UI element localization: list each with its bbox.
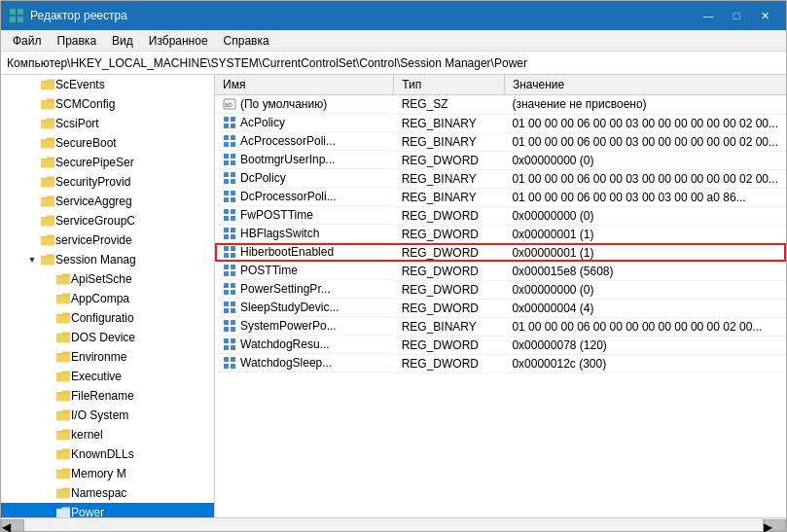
tree-item-securepipeser[interactable]: SecurePipeSer	[1, 153, 214, 172]
tree-item-io-system[interactable]: I/O System	[1, 406, 214, 425]
maximize-button[interactable]: □	[723, 6, 750, 25]
reg-value-cell: 0x00000078 (120)	[504, 336, 786, 354]
folder-icon	[40, 155, 55, 170]
svg-rect-37	[231, 253, 235, 258]
table-row[interactable]: FwPOSTTimeREG_DWORD0x00000000 (0)	[215, 206, 786, 225]
tree-item-scevents[interactable]: ScEvents	[1, 75, 214, 94]
reg-name-text: DcPolicy	[240, 171, 286, 185]
menu-file[interactable]: Файл	[5, 32, 50, 50]
reg-name-text: (По умолчанию)	[240, 97, 327, 111]
reg-entry-icon	[223, 337, 236, 351]
reg-name-text: POSTTime	[240, 264, 298, 277]
folder-icon	[55, 369, 71, 384]
tree-scroll-area[interactable]: ScEvents SCMConfig ScsiPort SecureBoot	[1, 75, 214, 517]
table-row[interactable]: BootmgrUserInp...REG_DWORD0x00000000 (0)	[215, 151, 786, 169]
registry-table-scroll[interactable]: Имя Тип Значение ab(По умолчанию)REG_SZ(…	[215, 75, 786, 517]
svg-rect-29	[231, 216, 235, 221]
tree-toggle	[24, 153, 40, 172]
reg-name-cell: WatchdogResu...	[215, 336, 394, 354]
reg-name-cell: AcProcessorPoli...	[215, 132, 394, 151]
horizontal-scrollbar[interactable]: ◀ ▶	[1, 517, 786, 531]
menu-view[interactable]: Вид	[104, 32, 141, 50]
tree-item-appcompa[interactable]: AppCompa	[1, 289, 214, 308]
tree-item-kernel[interactable]: kernel	[1, 425, 214, 444]
table-row[interactable]: AcProcessorPoli...REG_BINARY01 00 00 00 …	[215, 132, 786, 151]
reg-type-cell: REG_DWORD	[394, 243, 505, 262]
tree-item-scsiport[interactable]: ScsiPort	[1, 114, 214, 133]
scroll-left-btn[interactable]: ◀	[1, 519, 24, 531]
folder-icon	[40, 232, 55, 248]
table-row[interactable]: DcProcessorPoli...REG_BINARY01 00 00 00 …	[215, 188, 786, 206]
reg-name-cell: ab(По умолчанию)	[215, 95, 394, 114]
reg-type-cell: REG_BINARY	[394, 132, 505, 151]
reg-type-cell: REG_DWORD	[394, 336, 505, 354]
table-row[interactable]: WatchdogResu...REG_DWORD0x00000078 (120)	[215, 336, 786, 354]
svg-rect-35	[231, 246, 235, 251]
svg-rect-57	[231, 345, 235, 350]
table-row[interactable]: SleepStudyDevic...REG_DWORD0x00000004 (4…	[215, 299, 786, 317]
svg-rect-15	[231, 154, 235, 159]
svg-rect-0	[10, 9, 16, 15]
table-row[interactable]: AcPolicyREG_BINARY01 00 00 00 06 00 00 0…	[215, 114, 786, 132]
reg-type-cell: REG_DWORD	[394, 225, 505, 243]
menu-edit[interactable]: Правка	[50, 32, 105, 50]
tree-toggle	[24, 192, 40, 211]
tree-item-namespac[interactable]: Namespac	[1, 483, 214, 503]
table-row[interactable]: SystemPowerPo...REG_BINARY01 00 00 00 06…	[215, 317, 786, 336]
tree-toggle	[24, 75, 40, 94]
tree-item-serviceaggreg[interactable]: ServiceAggreg	[1, 192, 214, 211]
tree-item-session-manager[interactable]: ▼ Session Manag	[1, 250, 214, 269]
folder-icon	[40, 116, 55, 131]
reg-entry-icon: ab	[223, 97, 236, 111]
tree-item-executive[interactable]: Executive	[1, 367, 214, 386]
tree-item-memory-m[interactable]: Memory M	[1, 464, 214, 483]
tree-item-secureboot[interactable]: SecureBoot	[1, 133, 214, 153]
tree-item-securityprovid[interactable]: SecurityProvid	[1, 172, 214, 192]
reg-entry-icon	[223, 190, 236, 203]
folder-icon	[40, 174, 55, 190]
col-name[interactable]: Имя	[215, 75, 394, 95]
reg-name-cell: DcPolicy	[215, 169, 394, 188]
svg-rect-58	[224, 357, 229, 362]
tree-toggle	[40, 483, 55, 503]
col-value[interactable]: Значение	[504, 75, 786, 95]
tree-label: Configuratio	[71, 311, 134, 325]
tree-panel[interactable]: ScEvents SCMConfig ScsiPort SecureBoot	[1, 75, 215, 517]
tree-item-scmconfig[interactable]: SCMConfig	[1, 94, 214, 114]
tree-item-configuratio[interactable]: Configuratio	[1, 308, 214, 328]
svg-rect-61	[231, 364, 235, 369]
table-row[interactable]: DcPolicyREG_BINARY01 00 00 00 06 00 00 0…	[215, 169, 786, 188]
tree-item-power[interactable]: Power	[1, 503, 214, 517]
col-type[interactable]: Тип	[394, 75, 505, 95]
svg-rect-25	[231, 197, 235, 202]
table-row[interactable]: PowerSettingPr...REG_DWORD0x00000000 (0)	[215, 280, 786, 299]
table-row[interactable]: ab(По умолчанию)REG_SZ(значение не присв…	[215, 95, 786, 115]
reg-name-cell: HBFlagsSwitch	[215, 225, 394, 243]
table-row[interactable]: HBFlagsSwitchREG_DWORD0x00000001 (1)	[215, 225, 786, 243]
menu-help[interactable]: Справка	[216, 32, 277, 50]
tree-item-dos-device[interactable]: DOS Device	[1, 328, 214, 347]
tree-item-apisetsche[interactable]: ApiSetSche	[1, 269, 214, 289]
svg-rect-60	[224, 364, 229, 369]
menu-favorites[interactable]: Избранное	[141, 32, 216, 50]
tree-item-filerename[interactable]: FileRename	[1, 386, 214, 406]
tree-item-serviceprovide[interactable]: serviceProvide	[1, 231, 214, 250]
tree-expand-toggle[interactable]: ▼	[24, 250, 40, 269]
reg-name-cell: HiberbootEnabled	[215, 243, 394, 262]
minimize-button[interactable]: —	[695, 6, 722, 25]
tree-item-knowndlls[interactable]: KnownDLLs	[1, 444, 214, 464]
reg-entry-icon	[223, 301, 236, 314]
reg-entry-icon	[223, 356, 236, 370]
svg-rect-38	[224, 265, 229, 269]
reg-name-text: BootmgrUserInp...	[240, 153, 335, 166]
table-row[interactable]: WatchdogSleep...REG_DWORD0x0000012c (300…	[215, 354, 786, 372]
tree-item-servicegroupc[interactable]: ServiceGroupC	[1, 211, 214, 231]
close-button[interactable]: ✕	[751, 6, 778, 25]
table-row[interactable]: HiberbootEnabledREG_DWORD0x00000001 (1)	[215, 243, 786, 262]
table-row[interactable]: POSTTimeREG_DWORD0x000015e8 (5608)	[215, 262, 786, 280]
svg-rect-44	[224, 290, 229, 295]
reg-entry-icon	[223, 208, 236, 222]
svg-rect-49	[231, 308, 235, 313]
tree-item-environme[interactable]: Environme	[1, 347, 214, 367]
scroll-right-btn[interactable]: ▶	[763, 519, 786, 531]
